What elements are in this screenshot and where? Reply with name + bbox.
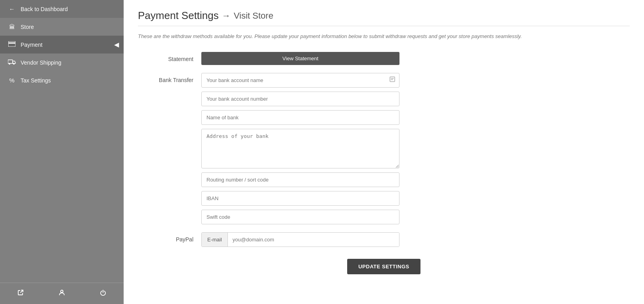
swift-code-input[interactable] <box>201 210 399 224</box>
page-divider <box>138 26 630 26</box>
svg-point-5 <box>61 290 63 293</box>
view-statement-button[interactable]: View Statement <box>201 52 399 65</box>
active-arrow-icon: ◀ <box>114 41 119 48</box>
power-icon <box>100 289 106 298</box>
paypal-email-input[interactable] <box>228 233 399 247</box>
sidebar-item-vendor-shipping[interactable]: Vendor Shipping <box>0 54 124 71</box>
submit-row: UPDATE SETTINGS <box>138 259 630 274</box>
account-number-input[interactable] <box>201 92 399 106</box>
page-title: Payment Settings <box>138 10 219 22</box>
page-description: These are the withdraw methods available… <box>138 33 630 41</box>
bank-name-input[interactable] <box>201 110 399 125</box>
account-name-input[interactable] <box>201 73 399 88</box>
sidebar-item-label: Back to Dashboard <box>21 6 68 12</box>
update-settings-button[interactable]: UPDATE SETTINGS <box>347 259 420 274</box>
payment-form: Statement View Statement Bank Transfer <box>138 52 630 282</box>
external-link-button[interactable] <box>0 283 41 304</box>
bank-transfer-controls <box>201 73 399 224</box>
user-icon <box>59 289 65 298</box>
account-name-icon <box>389 76 396 84</box>
statement-row: Statement View Statement <box>138 52 630 65</box>
sidebar-item-label: Store <box>21 24 34 30</box>
sidebar-item-label: Vendor Shipping <box>21 59 61 66</box>
statement-label: Statement <box>138 52 201 62</box>
external-icon <box>17 289 24 298</box>
back-icon: ← <box>8 6 16 12</box>
sidebar-item-store[interactable]: 🏛 Store <box>0 18 124 36</box>
svg-rect-2 <box>8 60 13 63</box>
paypal-controls: E-mail <box>201 232 399 247</box>
shipping-icon <box>8 59 16 66</box>
sidebar-bottom-bar <box>0 283 124 304</box>
svg-point-3 <box>9 63 10 65</box>
visit-store-link[interactable]: Visit Store <box>234 11 273 21</box>
sidebar-item-label: Payment <box>21 42 42 48</box>
bank-transfer-row: Bank Transfer <box>138 73 630 224</box>
title-arrow-icon: → <box>222 11 231 21</box>
statement-controls: View Statement <box>201 52 399 65</box>
svg-point-4 <box>13 63 15 65</box>
svg-rect-1 <box>8 42 15 44</box>
paypal-label: PayPal <box>138 232 201 243</box>
payment-icon <box>8 41 16 48</box>
account-name-wrapper <box>201 73 399 88</box>
routing-number-input[interactable] <box>201 172 399 187</box>
sidebar-item-back-dashboard[interactable]: ← Back to Dashboard <box>0 0 124 18</box>
main-content: Payment Settings → Visit Store These are… <box>124 0 644 304</box>
bank-transfer-label: Bank Transfer <box>138 73 201 83</box>
svg-rect-6 <box>390 77 395 82</box>
user-profile-button[interactable] <box>41 283 82 304</box>
logout-button[interactable] <box>82 283 124 304</box>
paypal-email-group: E-mail <box>201 232 399 247</box>
iban-input[interactable] <box>201 191 399 206</box>
svg-rect-0 <box>8 41 15 47</box>
bank-address-textarea[interactable] <box>201 129 399 168</box>
sidebar-item-payment[interactable]: Payment ◀ <box>0 36 124 54</box>
paypal-email-label: E-mail <box>202 233 228 247</box>
page-header: Payment Settings → Visit Store <box>138 10 630 22</box>
tax-icon: % <box>8 77 16 84</box>
sidebar-item-label: Tax Settings <box>21 77 51 84</box>
sidebar: ← Back to Dashboard 🏛 Store Payment ◀ Ve… <box>0 0 124 304</box>
paypal-row: PayPal E-mail <box>138 232 630 247</box>
store-icon: 🏛 <box>8 23 16 30</box>
sidebar-item-tax-settings[interactable]: % Tax Settings <box>0 71 124 89</box>
